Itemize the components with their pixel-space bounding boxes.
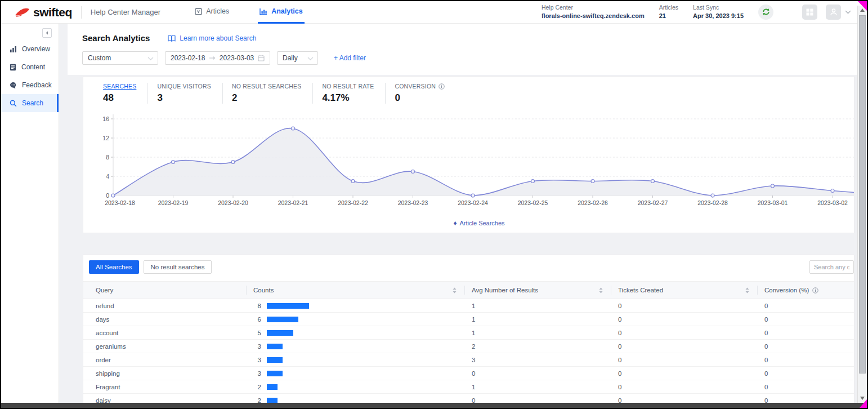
count-value: 3 xyxy=(253,343,261,350)
svg-text:8: 8 xyxy=(106,154,109,161)
tab-all-searches[interactable]: All Searches xyxy=(89,260,139,274)
apps-grid-button[interactable] xyxy=(802,5,817,20)
table-row[interactable]: geraniums3200 xyxy=(83,340,854,353)
query-cell[interactable]: account xyxy=(83,330,247,336)
info-icon xyxy=(812,287,818,294)
svg-text:2023-02-26: 2023-02-26 xyxy=(578,199,608,206)
sidebar-collapse-button[interactable] xyxy=(42,28,52,38)
sidebar-item-content[interactable]: Content xyxy=(1,58,59,76)
svg-text:2023-02-22: 2023-02-22 xyxy=(338,199,368,206)
help-center-label: Help Center xyxy=(542,3,645,12)
account-caret-icon[interactable] xyxy=(845,8,851,14)
table-header-row: Query Counts Avg Number of Results xyxy=(83,281,854,299)
query-cell[interactable]: Fragrant xyxy=(83,384,247,390)
table-body: refund8100days6100account5100geraniums32… xyxy=(83,299,854,403)
searches-chart-area: 04812162023-02-182023-02-192023-02-20202… xyxy=(103,111,854,219)
column-header-tickets[interactable]: Tickets Created xyxy=(611,286,758,295)
stat-searches[interactable]: SEARCHES 48 xyxy=(103,83,147,104)
table-row[interactable]: account5100 xyxy=(83,326,854,340)
tab-label: Analytics xyxy=(271,7,303,15)
stat-label: NO RESULT SEARCHES xyxy=(232,83,301,90)
book-icon xyxy=(168,35,176,42)
granularity-select[interactable]: Daily xyxy=(277,51,318,65)
column-label: Avg Number of Results xyxy=(472,287,538,294)
query-cell[interactable]: shipping xyxy=(83,370,247,377)
sync-button[interactable] xyxy=(758,5,773,20)
count-bar xyxy=(267,384,278,390)
tab-analytics[interactable]: Analytics xyxy=(258,1,305,24)
sidebar-item-label: Feedback xyxy=(22,81,52,89)
table-row[interactable]: days6100 xyxy=(83,313,854,326)
column-header-avg-results[interactable]: Avg Number of Results xyxy=(465,286,611,295)
vertical-scrollbar[interactable] xyxy=(857,6,867,403)
stats-row: SEARCHES 48 UNIQUE VISITORS 3 NO RESULT … xyxy=(83,83,854,104)
stat-unique-visitors[interactable]: UNIQUE VISITORS 3 xyxy=(147,83,222,104)
granularity-value: Daily xyxy=(283,54,298,62)
sidebar-item-search[interactable]: Search xyxy=(1,94,59,112)
stat-no-result-searches[interactable]: NO RESULT SEARCHES 2 xyxy=(222,83,312,104)
query-cell[interactable]: refund xyxy=(83,303,247,309)
account-button[interactable] xyxy=(826,5,841,20)
conversion-cell: 0 xyxy=(758,397,854,403)
stat-label: CONVERSION xyxy=(395,83,436,90)
learn-more-link[interactable]: Learn more about Search xyxy=(168,34,256,42)
counts-cell: 3 xyxy=(247,343,465,350)
counts-cell: 3 xyxy=(247,357,465,363)
stat-label: UNIQUE VISITORS xyxy=(157,83,211,90)
last-sync-value: Apr 30, 2023 9:15 xyxy=(693,12,744,20)
main-content: Search Analytics Learn more about Search… xyxy=(59,24,857,403)
swifteq-logo[interactable]: swifteq xyxy=(15,6,72,19)
query-cell[interactable]: daisy xyxy=(83,397,247,403)
counts-cell: 8 xyxy=(247,303,465,309)
table-row[interactable]: refund8100 xyxy=(83,299,854,313)
top-tabs: Articles Analytics xyxy=(193,1,332,24)
table-row[interactable]: shipping3000 xyxy=(83,367,854,380)
sort-icon[interactable] xyxy=(453,287,457,294)
collapse-left-icon xyxy=(44,30,50,35)
table-row[interactable]: order3300 xyxy=(83,353,854,367)
count-value: 3 xyxy=(253,370,261,377)
avg-results-cell: 0 xyxy=(465,397,611,403)
date-start-value: 2023-02-18 xyxy=(171,54,205,62)
sidebar-item-feedback[interactable]: Feedback xyxy=(1,76,59,94)
sort-icon[interactable] xyxy=(745,287,749,294)
tickets-cell: 0 xyxy=(611,316,758,323)
svg-text:2023-02-27: 2023-02-27 xyxy=(638,199,668,206)
add-filter-link[interactable]: + Add filter xyxy=(334,54,366,62)
articles-icon xyxy=(195,8,202,15)
query-cell[interactable]: geraniums xyxy=(83,343,247,350)
svg-text:2023-02-21: 2023-02-21 xyxy=(278,199,308,206)
scroll-down-arrow[interactable] xyxy=(860,397,865,400)
stat-conversion[interactable]: CONVERSION 0 xyxy=(385,83,456,104)
tab-articles[interactable]: Articles xyxy=(193,1,231,24)
search-icon xyxy=(10,100,17,107)
conversion-cell: 0 xyxy=(758,384,854,390)
scrollbar-thumb[interactable] xyxy=(859,15,866,374)
filter-bar: Custom 2023-02-18 2023-03-03 xyxy=(82,51,857,65)
table-row[interactable]: daisy2000 xyxy=(83,394,854,403)
tab-no-result-searches[interactable]: No result searches xyxy=(144,260,212,274)
counts-cell: 2 xyxy=(247,384,465,390)
query-cell[interactable]: order xyxy=(83,357,247,363)
scroll-up-arrow[interactable] xyxy=(860,8,865,12)
sidebar-item-overview[interactable]: Overview xyxy=(1,40,59,58)
query-cell[interactable]: days xyxy=(83,316,247,323)
range-preset-select[interactable]: Custom xyxy=(82,51,158,65)
searches-chart: 04812162023-02-182023-02-192023-02-20202… xyxy=(103,111,854,219)
tickets-cell: 0 xyxy=(611,330,758,336)
help-center-value: florals-online-swifteq.zendesk.com xyxy=(542,12,645,20)
table-row[interactable]: Fragrant2100 xyxy=(83,380,854,394)
count-value: 5 xyxy=(253,330,261,336)
query-search-input[interactable] xyxy=(809,260,854,274)
avg-results-cell: 1 xyxy=(465,330,611,336)
chart-legend[interactable]: ♦Article Searches xyxy=(103,219,854,227)
svg-text:2023-02-19: 2023-02-19 xyxy=(158,199,189,206)
avg-results-cell: 1 xyxy=(465,303,611,309)
legend-diamond-icon: ♦ xyxy=(453,219,457,227)
sort-icon[interactable] xyxy=(599,287,603,294)
column-label: Tickets Created xyxy=(618,287,663,294)
count-bar xyxy=(267,398,278,403)
date-range-picker[interactable]: 2023-02-18 2023-03-03 xyxy=(165,51,270,65)
column-header-counts[interactable]: Counts xyxy=(247,286,465,295)
stat-no-result-rate[interactable]: NO RESULT RATE 4.17% xyxy=(312,83,385,104)
